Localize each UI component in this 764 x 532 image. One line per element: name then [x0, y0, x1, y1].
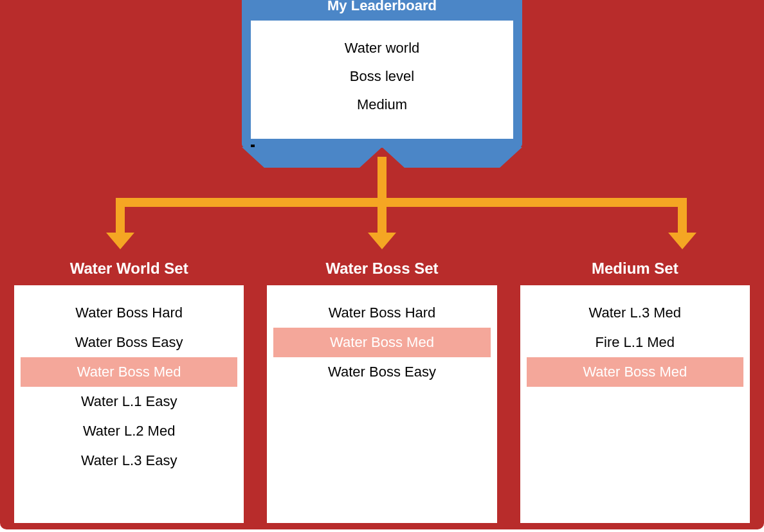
set-body: Water Boss Hard Water Boss Easy Water Bo… [14, 285, 244, 523]
diagram-stage: My Leaderboard Water world Boss level Me… [0, 0, 764, 532]
leaderboard-frame: My Leaderboard Water world Boss level Me… [242, 0, 522, 148]
leaderboard-line: Medium [257, 96, 507, 113]
set-body: Water L.3 Med Fire L.1 Med Water Boss Me… [520, 285, 750, 523]
list-item: Water L.3 Med [527, 298, 743, 328]
list-item-highlighted: Water Boss Med [21, 357, 237, 387]
list-item-highlighted: Water Boss Med [527, 357, 743, 387]
leaderboard-line: Boss level [257, 68, 507, 85]
set-title: Water World Set [14, 260, 244, 278]
list-item: Water Boss Easy [273, 357, 490, 387]
set-medium: Medium Set Water L.3 Med Fire L.1 Med Wa… [520, 260, 750, 523]
set-title: Water Boss Set [267, 260, 496, 278]
leaderboard-body: Water world Boss level Medium [251, 21, 513, 139]
list-item: Water Boss Easy [21, 328, 237, 357]
leaderboard-line: Water world [257, 40, 507, 57]
set-body: Water Boss Hard Water Boss Med Water Bos… [267, 285, 496, 523]
list-item: Water L.3 Easy [21, 446, 237, 475]
set-water-boss: Water Boss Set Water Boss Hard Water Bos… [267, 260, 496, 523]
list-item: Water Boss Hard [21, 298, 237, 328]
leaderboard-bottom-chevrons [242, 147, 522, 168]
list-item-highlighted: Water Boss Med [273, 328, 490, 357]
leaderboard-title: My Leaderboard [251, 0, 513, 21]
list-item: Water L.1 Easy [21, 387, 237, 416]
set-title: Medium Set [520, 260, 750, 278]
sets-row: Water World Set Water Boss Hard Water Bo… [14, 260, 750, 523]
set-water-world: Water World Set Water Boss Hard Water Bo… [14, 260, 244, 523]
leaderboard-box: My Leaderboard Water world Boss level Me… [242, 0, 522, 168]
list-item: Water L.2 Med [21, 416, 237, 446]
list-item: Water Boss Hard [273, 298, 490, 328]
list-item: Fire L.1 Med [527, 328, 743, 357]
